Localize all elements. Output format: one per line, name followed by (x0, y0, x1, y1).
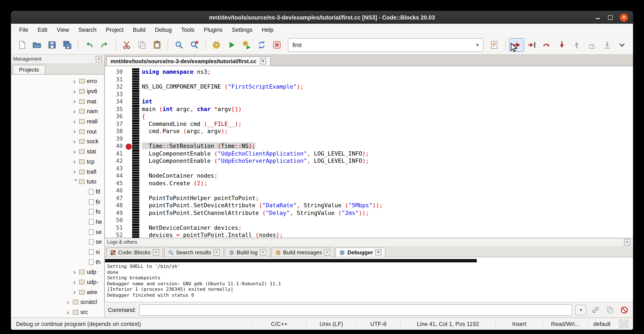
undo-button[interactable] (82, 38, 97, 52)
build-and-run-button[interactable] (239, 38, 254, 52)
line-number[interactable]: 31 (105, 76, 125, 83)
next-instruction-button[interactable] (584, 38, 599, 52)
code-text[interactable]: NS_LOG_COMPONENT_DEFINE ("FirstScriptExa… (139, 83, 304, 91)
cut-button[interactable] (119, 38, 134, 52)
breakpoint-margin[interactable] (125, 217, 132, 224)
chevron-right-icon[interactable] (73, 98, 79, 105)
code-text[interactable]: NodeContainer nodes; (139, 172, 218, 179)
breakpoint-margin[interactable] (125, 224, 132, 231)
management-close-icon[interactable] (96, 56, 102, 62)
titlebar[interactable]: mnt/dev/tools/source/ns-3-dev/examples/t… (11, 11, 633, 24)
tab-close-icon[interactable] (213, 249, 220, 256)
menu-plugins[interactable]: Plugins (199, 25, 227, 35)
chevron-right-icon[interactable] (73, 128, 79, 135)
step-into-instruction-button[interactable] (600, 38, 614, 52)
code-text[interactable]: pointToPoint.SetChannelAttribute ("Delay… (139, 209, 369, 217)
tree-item[interactable]: tcp (11, 157, 104, 167)
line-number[interactable]: 37 (105, 120, 125, 128)
chevron-right-icon[interactable] (67, 299, 73, 305)
line-number[interactable]: 48 (105, 202, 125, 209)
code-text[interactable] (139, 76, 142, 83)
line-number[interactable]: 47 (105, 194, 125, 202)
tab-close-icon[interactable] (153, 249, 159, 256)
chevron-right-icon[interactable] (73, 148, 79, 155)
tree-item[interactable]: si (11, 247, 104, 257)
code-text[interactable]: LogComponentEnable ("UdpEchoClientApplic… (139, 150, 369, 157)
breakpoint-margin[interactable] (125, 76, 132, 83)
line-number[interactable]: 52 (105, 231, 125, 238)
breakpoint-margin[interactable] (125, 165, 132, 172)
breakpoint-margin[interactable] (125, 150, 132, 157)
breakpoint-margin[interactable] (125, 157, 132, 165)
tree-item[interactable]: udp- (11, 277, 104, 287)
command-input[interactable] (139, 304, 572, 315)
paste-button[interactable] (150, 38, 164, 52)
code-text[interactable]: NetDeviceContainer devices; (139, 224, 242, 231)
breakpoint-margin[interactable] (125, 194, 132, 202)
copy-log-button[interactable] (604, 304, 615, 315)
tree-item[interactable]: scratcl (11, 297, 104, 307)
line-number[interactable]: 44 (105, 172, 125, 179)
chevron-right-icon[interactable] (73, 88, 79, 95)
breakpoint-margin[interactable] (125, 91, 132, 98)
logs-tab-build-log[interactable]: Build log (224, 247, 270, 257)
breakpoint-margin[interactable] (125, 187, 132, 194)
maximize-button[interactable] (608, 15, 613, 20)
code-text[interactable]: using namespace ns3; (139, 68, 211, 76)
tree-item[interactable]: udp (11, 267, 104, 277)
breakpoint-margin[interactable] (125, 98, 132, 105)
code-text[interactable]: devices = pointToPoint.Install (nodes); (139, 231, 283, 238)
save-all-button[interactable] (60, 38, 75, 52)
line-number[interactable]: 51 (105, 224, 125, 231)
close-button[interactable] (620, 13, 628, 22)
chevron-right-icon[interactable] (73, 108, 79, 115)
abort-button[interactable] (269, 38, 284, 52)
code-text[interactable] (139, 187, 142, 194)
build-button[interactable] (209, 38, 224, 52)
tab-close-icon[interactable] (260, 249, 266, 256)
line-number[interactable]: 38 (105, 128, 125, 135)
menu-search[interactable]: Search (74, 25, 101, 35)
menu-settings[interactable]: Settings (227, 25, 257, 35)
code-text[interactable]: cmd.Parse (argc, argv); (139, 128, 228, 135)
code-text[interactable]: Time::SetResolution (Time::NS); (139, 142, 256, 150)
find-in-files-button[interactable] (187, 38, 202, 52)
tree-item[interactable]: se (11, 237, 104, 247)
line-number[interactable]: 50 (105, 217, 125, 224)
find-button[interactable] (172, 38, 187, 52)
logs-close-icon[interactable] (624, 239, 630, 245)
breakpoint-margin[interactable] (125, 231, 132, 238)
chevron-down-icon[interactable] (73, 179, 80, 185)
code-text[interactable]: int (139, 98, 152, 105)
menu-edit[interactable]: Edit (33, 25, 52, 35)
copy-button[interactable] (134, 38, 149, 52)
tab-close-icon[interactable] (375, 249, 382, 256)
menu-help[interactable]: Help (257, 25, 278, 35)
tree-item[interactable]: rout (11, 127, 104, 137)
line-number[interactable]: 36 (105, 113, 125, 120)
menu-file[interactable]: File (14, 25, 33, 35)
chevron-right-icon[interactable] (73, 279, 79, 285)
run-to-cursor-button[interactable] (524, 38, 539, 52)
tree-item[interactable]: src (11, 307, 104, 317)
chevron-right-icon[interactable] (73, 158, 79, 165)
code-text[interactable] (139, 91, 142, 98)
line-number[interactable]: 39 (105, 135, 125, 142)
tree-item[interactable]: mat (11, 96, 104, 106)
chevron-right-icon[interactable] (73, 289, 79, 296)
tree-item[interactable]: erro (11, 76, 104, 86)
line-number[interactable]: 40 (105, 142, 125, 150)
step-out-button[interactable] (569, 38, 584, 52)
code-text[interactable]: CommandLine cmd (__FILE__); (139, 120, 242, 128)
breakpoint-margin[interactable] (125, 83, 132, 91)
menu-project[interactable]: Project (101, 25, 128, 35)
tree-item[interactable]: wire (11, 287, 104, 297)
menu-view[interactable]: View (52, 25, 74, 35)
line-number[interactable]: 35 (105, 105, 125, 113)
build-target-combo[interactable]: first (288, 38, 483, 52)
minimize-button[interactable] (595, 15, 601, 20)
line-number[interactable]: 46 (105, 187, 125, 194)
line-number[interactable]: 43 (105, 165, 125, 172)
tree-item[interactable]: stat (11, 147, 104, 157)
chevron-right-icon[interactable] (73, 138, 79, 145)
